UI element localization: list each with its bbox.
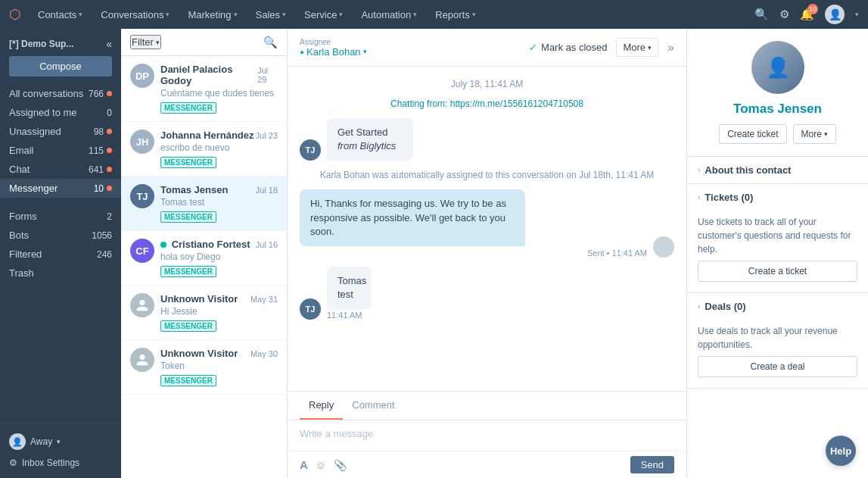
assignee-info: Assignee ● Karla Bohan ▾: [300, 38, 367, 58]
create-a-ticket-button[interactable]: Create a ticket: [698, 261, 857, 282]
nav-conversations[interactable]: Conversations ▾: [93, 0, 177, 29]
sender-avatar: TJ: [300, 139, 321, 161]
right-panel: 👤 Tomas Jensen Create ticket More ▾ › Ab…: [686, 29, 868, 478]
all-conversations-dot: [107, 91, 112, 96]
compose-button[interactable]: Compose: [9, 56, 112, 77]
inbox-settings-link[interactable]: ⚙ Inbox Settings: [0, 454, 121, 472]
message-input[interactable]: Write a message: [288, 420, 686, 451]
tickets-collapse-icon: ‹: [698, 193, 700, 202]
sidebar-item-forms[interactable]: Forms 2: [0, 207, 121, 226]
message-timestamp: July 18, 11:41 AM: [300, 79, 674, 89]
inbox-label: [*] Demo Sup...: [9, 39, 73, 49]
sidebar-item-filtered[interactable]: Filtered 246: [0, 245, 121, 264]
deals-section-content: Use deals to track all your revenue oppo…: [687, 320, 868, 388]
sidebar-item-trash[interactable]: Trash: [0, 264, 121, 283]
tickets-section-header[interactable]: ‹ Tickets (0): [687, 184, 868, 211]
online-indicator: [160, 242, 166, 248]
sidebar-bottom-nav: Forms 2 Bots 1056 Filtered 246 Trash: [0, 207, 121, 283]
filter-chevron-icon: ▾: [156, 39, 160, 46]
text-format-icon[interactable]: A: [300, 458, 308, 471]
conversation-items: DP Daniel Palacios Godoy Jul 29 Cuéntame…: [121, 56, 287, 478]
hubspot-logo[interactable]: ⬡: [9, 6, 21, 23]
avatar: [130, 293, 154, 317]
tickets-section-content: Use tickets to track all of your custome…: [687, 211, 868, 292]
nav-reports[interactable]: Reports ▾: [428, 0, 484, 29]
sidebar-header: [*] Demo Sup... «: [0, 35, 121, 56]
filter-button[interactable]: Filter ▾: [130, 35, 161, 49]
create-ticket-button[interactable]: Create ticket: [719, 124, 786, 144]
avatar: JH: [130, 130, 154, 154]
emoji-icon[interactable]: ☺: [316, 459, 326, 471]
send-button[interactable]: Send: [630, 456, 674, 473]
conversation-search-icon[interactable]: 🔍: [263, 36, 278, 49]
chat-area: Assignee ● Karla Bohan ▾ ✓ Mark as close…: [288, 29, 686, 478]
conversations-chevron-icon: ▾: [166, 11, 170, 18]
sidebar-item-all-conversations[interactable]: All conversations 766: [0, 84, 121, 103]
more-options-button[interactable]: More ▾: [616, 38, 658, 57]
reply-area: Reply Comment Write a message A ☺ 📎 Send: [288, 391, 686, 478]
conversation-item-4[interactable]: CF Cristiano Fortest Jul 16 hola soy Die…: [121, 231, 287, 286]
left-sidebar: [*] Demo Sup... « Compose All conversati…: [0, 29, 121, 478]
message-auto-reply: Hi, Thanks for messaging us. We try to b…: [300, 189, 674, 258]
sidebar-item-unassigned[interactable]: Unassigned 98: [0, 122, 121, 141]
nav-service[interactable]: Service ▾: [297, 0, 350, 29]
nav-contacts[interactable]: Contacts ▾: [30, 0, 90, 29]
conversation-item-5[interactable]: Unknown Visitor May 31 Hi Jessie MESSENG…: [121, 286, 287, 340]
sidebar-item-chat[interactable]: Chat 641: [0, 160, 121, 179]
comment-tab[interactable]: Comment: [343, 392, 403, 420]
forward-navigation-icon[interactable]: »: [667, 41, 674, 55]
help-button[interactable]: Help: [826, 436, 856, 466]
sales-chevron-icon: ▾: [282, 11, 286, 18]
more-contact-button[interactable]: More ▾: [793, 124, 836, 144]
about-contact-header[interactable]: › About this contact: [687, 157, 868, 183]
nav-marketing[interactable]: Marketing ▾: [180, 0, 244, 29]
chat-header-actions: ✓ Mark as closed More ▾ »: [529, 38, 674, 57]
user-status-avatar: 👤: [9, 433, 26, 450]
conversation-item-3[interactable]: TJ Tomas Jensen Jul 18 Tomas test MESSEN…: [121, 177, 287, 231]
user-menu-chevron-icon[interactable]: ▾: [855, 11, 859, 18]
unassigned-dot: [107, 129, 112, 134]
search-icon[interactable]: 🔍: [754, 8, 769, 21]
marketing-chevron-icon: ▾: [234, 11, 238, 18]
avatar: CF: [130, 239, 154, 263]
messenger-dot: [107, 186, 112, 191]
reply-tab[interactable]: Reply: [300, 392, 343, 420]
nav-sales[interactable]: Sales ▾: [248, 0, 294, 29]
away-chevron-icon: ▾: [57, 438, 61, 445]
deals-section-header[interactable]: ‹ Deals (0): [687, 293, 868, 320]
assignee-chevron-icon: ▾: [363, 48, 367, 55]
settings-icon[interactable]: ⚙: [779, 8, 789, 21]
user-avatar[interactable]: 👤: [825, 5, 845, 24]
create-a-deal-button[interactable]: Create a deal: [698, 356, 857, 377]
notifications-bell-icon[interactable]: 🔔 10: [800, 8, 814, 21]
sender-avatar: TJ: [300, 298, 321, 320]
nav-icons: 🔍 ⚙ 🔔 10 👤 ▾: [754, 5, 859, 24]
message-bubble: Tomas test: [327, 267, 372, 309]
away-status[interactable]: 👤 Away ▾: [0, 430, 121, 454]
sidebar-collapse-button[interactable]: «: [106, 38, 112, 50]
contact-actions: Create ticket More ▾: [699, 124, 856, 144]
conversation-item-6[interactable]: Unknown Visitor May 30 Token MESSENGER: [121, 340, 287, 395]
sidebar-item-messenger[interactable]: Messenger 10: [0, 179, 121, 198]
message-get-started: TJ Get Started from Biglytics: [300, 118, 674, 161]
email-dot: [107, 148, 112, 153]
attachment-icon[interactable]: 📎: [334, 459, 347, 471]
message-time: 11:41 AM: [327, 311, 396, 320]
chatting-from-info: Chatting from: https://m.me/155616120471…: [300, 98, 674, 109]
reply-tabs: Reply Comment: [288, 392, 686, 420]
sidebar-bottom: 👤 Away ▾ ⚙ Inbox Settings: [0, 423, 121, 472]
conversations-list: Filter ▾ 🔍 DP Daniel Palacios Godoy Jul …: [121, 29, 288, 478]
deals-collapse-icon: ‹: [698, 302, 700, 311]
nav-automation[interactable]: Automation ▾: [353, 0, 425, 29]
sidebar-item-bots[interactable]: Bots 1056: [0, 226, 121, 245]
contact-name: Tomas Jensen: [699, 102, 856, 117]
reply-toolbar: A ☺ 📎 Send: [288, 451, 686, 478]
reports-chevron-icon: ▾: [472, 11, 476, 18]
sidebar-item-assigned-to-me[interactable]: Assigned to me 0: [0, 103, 121, 122]
conversation-item-1[interactable]: DP Daniel Palacios Godoy Jul 29 Cuéntame…: [121, 56, 287, 122]
agent-avatar: [653, 236, 674, 258]
mark-as-closed-button[interactable]: ✓ Mark as closed: [529, 42, 607, 53]
sidebar-item-email[interactable]: Email 115: [0, 141, 121, 160]
assignee-name-link[interactable]: ● Karla Bohan ▾: [300, 46, 367, 58]
conversation-item-2[interactable]: JH Johanna Hernández Jul 23 escribo de n…: [121, 122, 287, 177]
